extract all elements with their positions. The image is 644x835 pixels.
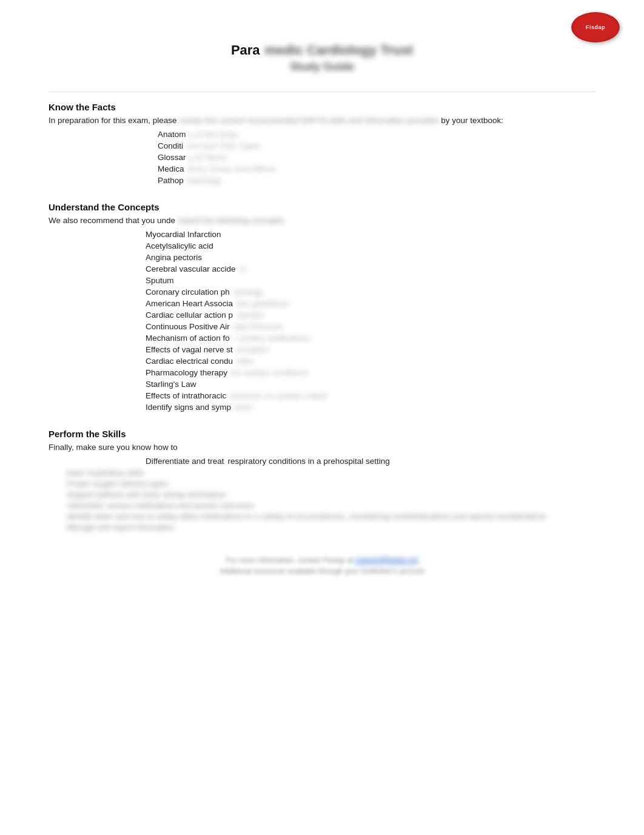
intro-visible: In preparation for this exam, please xyxy=(49,116,177,125)
list-item: Angina pectoris xyxy=(146,253,595,262)
list-item: Mechanism of action fo r cardiac medicat… xyxy=(146,334,595,343)
footer-subtext: Additional resources available through y… xyxy=(49,567,595,575)
perform-skills-section: Perform the Skills Finally, make sure yo… xyxy=(49,429,595,532)
list-item: Administer various medications and asses… xyxy=(67,501,595,510)
list-item: American Heart Associa tion guidelines xyxy=(146,299,595,308)
logo-text: Fisdap xyxy=(586,24,605,30)
list-item: Effects of intrathoracic pressure on car… xyxy=(146,391,595,400)
understand-concepts-heading: Understand the Concepts xyxy=(49,202,595,212)
list-item: Myocardial Infarction xyxy=(146,230,595,239)
logo-container: Fisdap xyxy=(571,12,620,42)
list-item: Cardiac cellular action p otential xyxy=(146,310,595,320)
list-item: basic respiratory skills xyxy=(67,468,595,477)
list-item: Sputum xyxy=(146,276,595,285)
understand-concepts-section: Understand the Concepts We also recommen… xyxy=(49,202,595,412)
concepts-intro-blurred: rstand the following concepts: xyxy=(178,216,286,225)
divider-top xyxy=(49,92,595,92)
know-the-facts-heading: Know the Facts xyxy=(49,102,595,112)
list-item: Medica tions, Doses and Effects xyxy=(158,164,595,173)
footer-link[interactable]: support@fisdap.net xyxy=(355,556,418,565)
list-item: Starling's Law xyxy=(146,380,595,389)
list-item: Glossar y of Terms xyxy=(158,153,595,162)
list-item: Proper oxygen delivery types xyxy=(67,479,595,488)
list-item: Acetylsalicylic acid xyxy=(146,241,595,250)
title-visible: Para xyxy=(231,42,260,58)
list-item: Cardiac electrical condu ction xyxy=(146,357,595,366)
list-item: Pharmacology therapy for cardiac conditi… xyxy=(146,368,595,377)
list-item: Support patients with basic airway techn… xyxy=(67,490,595,499)
footer-text: For more information, contact Fisdap at … xyxy=(49,556,595,565)
list-item: Effects of vagal nerve st imulation xyxy=(146,345,595,354)
perform-skills-intro: Finally, make sure you know how to xyxy=(49,443,595,452)
perform-skills-heading: Perform the Skills xyxy=(49,429,595,439)
list-item: Continuous Positive Air way Pressure xyxy=(146,322,595,331)
concepts-intro-visible: We also recommend that you unde xyxy=(49,216,175,225)
know-the-facts-section: Know the Facts In preparation for this e… xyxy=(49,102,595,185)
list-item: Conditi ons and Their Types xyxy=(158,141,595,150)
list-item: Cerebral vascular accide nt xyxy=(146,264,595,273)
know-the-facts-list: Anatom y of the lungs Conditi ons and Th… xyxy=(158,130,595,185)
list-item: Anatom y of the lungs xyxy=(158,130,595,139)
list-item: Pathop hysiology xyxy=(158,176,595,185)
title-blurred: medic Cardiology Trust xyxy=(265,42,414,58)
page-title-block: Para medic Cardiology Trust Study Guide xyxy=(49,42,595,73)
intro-blurred: review the current recommended EMT-B ski… xyxy=(179,116,439,125)
intro-suffix: by your textbook: xyxy=(441,116,503,125)
skills-list: Differentiate and treat respiratory cond… xyxy=(146,457,595,466)
sub-skills-list: basic respiratory skills Proper oxygen d… xyxy=(67,468,595,532)
list-item: Identify signs and symp toms xyxy=(146,403,595,412)
list-item: Manage and report information xyxy=(67,523,595,532)
list-item: Coronary circulation ph ysiology xyxy=(146,287,595,297)
know-the-facts-intro: In preparation for this exam, please rev… xyxy=(49,116,595,125)
skills-intro-visible: Finally, make sure you know how to xyxy=(49,443,178,452)
logo-badge: Fisdap xyxy=(571,12,620,42)
understand-concepts-intro: We also recommend that you unde rstand t… xyxy=(49,216,595,225)
list-item: Differentiate and treat respiratory cond… xyxy=(146,457,595,466)
list-item: Identify when and how to safely utilize … xyxy=(67,512,595,521)
page-subtitle: Study Guide xyxy=(49,61,595,73)
page-title-line1: Para medic Cardiology Trust xyxy=(49,42,595,58)
footer: For more information, contact Fisdap at … xyxy=(49,556,595,575)
concepts-list: Myocardial Infarction Acetylsalicylic ac… xyxy=(146,230,595,412)
